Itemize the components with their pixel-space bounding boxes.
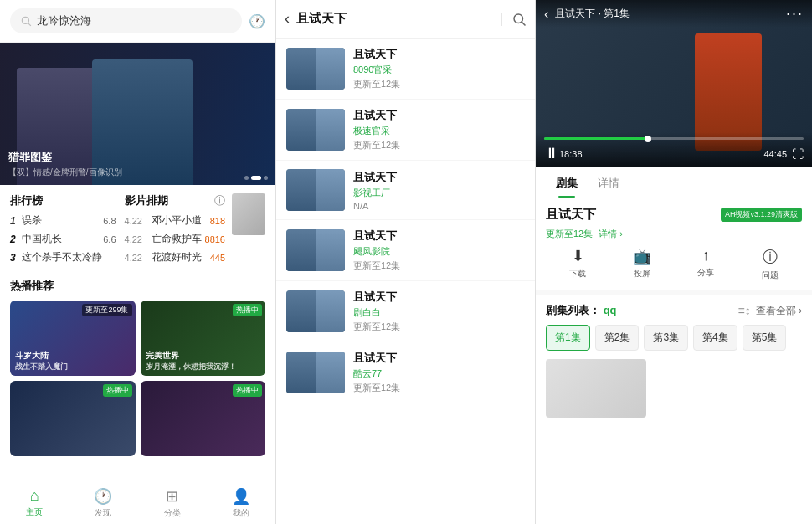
hot-label-2: 完美世界 岁月淹湮，休想把我沉浮！ <box>146 350 236 372</box>
progress-bar[interactable] <box>544 137 804 140</box>
film-rank-item-1[interactable]: 4.22 邓小平小道 818 <box>125 213 225 228</box>
svg-point-2 <box>514 14 523 23</box>
discover-icon: 🕐 <box>94 487 112 506</box>
episode-label-text: 剧集列表： <box>546 304 600 316</box>
hot-item-2[interactable]: 热播中 完美世界 岁月淹湮，休想把我沉浮！ <box>141 301 266 376</box>
source-info-5: 且试天下 酷云77 更新至12集 <box>353 351 525 394</box>
source-from-1: 极速官采 <box>353 125 525 137</box>
source-item-1[interactable]: 且试天下 极速官采 更新至12集 <box>276 100 535 161</box>
search-input-wrapper[interactable]: 龙吟惊沧海 <box>10 8 242 33</box>
nav-discover[interactable]: 🕐 发现 <box>69 480 137 524</box>
film-rank-item-2[interactable]: 4.22 亡命救护车 8816 <box>125 232 225 246</box>
source-item-2[interactable]: 且试天下 影视工厂 N/A <box>276 161 535 220</box>
nav-home[interactable]: ⌂ 主页 <box>0 480 69 524</box>
source-name-4: 且试天下 <box>353 290 525 305</box>
film-rank-item-3[interactable]: 4.22 花渡好时光 445 <box>125 250 225 265</box>
progress-fill <box>544 137 648 140</box>
video-detail: 且试天下 AH视频v3.1.29清爽版 更新至12集 详情 › ⬇ 下载 📺 投… <box>536 198 812 290</box>
nav-discover-label: 发现 <box>95 507 111 519</box>
episode-btn-5[interactable]: 第5集 <box>743 325 787 351</box>
nav-profile-label: 我的 <box>233 507 249 519</box>
rank-col: 排行榜 1 误杀 6.8 2 中国机长 6.6 3 这个杀手不太冷静 <box>10 193 116 269</box>
search-bar: 龙吟惊沧海 🕐 <box>0 0 275 43</box>
detail-title-row: 且试天下 AH视频v3.1.29清爽版 <box>546 207 802 223</box>
video-controls: ⏸ 18:38 44:45 ⛶ <box>536 132 812 167</box>
hot-badge-3: 热播中 <box>103 384 132 397</box>
film-rank-info-icon[interactable]: ⓘ <box>214 193 225 208</box>
source-item-3[interactable]: 且试天下 飓风影院 更新至12集 <box>276 220 535 281</box>
tab-detail[interactable]: 详情 <box>588 167 630 198</box>
source-name-1: 且试天下 <box>353 108 525 123</box>
detail-actions: ⬇ 下载 📺 投屏 ↑ 分享 ⓘ 问题 <box>546 247 802 281</box>
video-title-bar: ‹ 且试天下 · 第1集 ··· <box>536 0 812 28</box>
hot-section: 热播推荐 更新至299集 斗罗大陆 战生不踏入魔门 热播中 完美世界 岁月淹湮，… <box>0 274 275 461</box>
source-from-2: 影视工厂 <box>353 187 525 199</box>
source-update-4: 更新至12集 <box>353 321 525 333</box>
see-all-button[interactable]: 查看全部 › <box>756 304 802 318</box>
source-info-4: 且试天下 剧白白 更新至12集 <box>353 290 525 333</box>
episode-thumb-preview <box>546 359 646 418</box>
detail-link[interactable]: 详情 › <box>599 229 623 239</box>
source-update-2: N/A <box>353 201 525 211</box>
source-update-1: 更新至12集 <box>353 139 525 152</box>
clock-icon[interactable]: 🕐 <box>249 13 265 29</box>
action-share[interactable]: ↑ 分享 <box>674 247 738 281</box>
nav-profile[interactable]: 👤 我的 <box>207 480 275 524</box>
tab-episodes[interactable]: 剧集 <box>546 167 588 198</box>
share-icon: ↑ <box>702 247 710 265</box>
middle-header-icons: | <box>500 12 527 27</box>
hot-item-3[interactable]: 热播中 <box>10 381 136 456</box>
back-button[interactable]: ‹ <box>285 10 290 28</box>
source-thumb-2 <box>286 169 345 211</box>
dot-3 <box>264 176 268 180</box>
source-name-3: 且试天下 <box>353 229 525 244</box>
source-item-5[interactable]: 且试天下 酷云77 更新至12集 <box>276 342 535 403</box>
left-panel: 龙吟惊沧海 🕐 猎罪图鉴 【双】情感/金牌刑警/画像识别 排行榜 1 误杀 6.… <box>0 0 276 524</box>
banner-dots <box>244 176 268 180</box>
source-update-5: 更新至12集 <box>353 382 525 394</box>
pause-button[interactable]: ⏸ <box>544 145 559 162</box>
rank-item-1[interactable]: 1 误杀 6.8 <box>10 213 116 228</box>
download-label: 下载 <box>569 268 586 280</box>
source-info-3: 且试天下 飓风影院 更新至12集 <box>353 229 525 272</box>
source-item-0[interactable]: 且试天下 8090官采 更新至12集 <box>276 39 535 100</box>
video-player[interactable]: ‹ 且试天下 · 第1集 ··· ⏸ 18:38 44:45 ⛶ <box>536 0 812 167</box>
source-item-4[interactable]: 且试天下 剧白白 更新至12集 <box>276 281 535 342</box>
source-thumb-3 <box>286 229 345 271</box>
video-more-button[interactable]: ··· <box>786 5 804 23</box>
episode-btn-3[interactable]: 第3集 <box>644 325 688 351</box>
current-time: 18:38 <box>559 149 583 159</box>
middle-title: 且试天下 <box>296 11 493 27</box>
detail-badge: AH视频v3.1.29清爽版 <box>721 208 802 222</box>
film-thumb <box>232 193 265 235</box>
action-download[interactable]: ⬇ 下载 <box>546 247 610 281</box>
episode-btn-4[interactable]: 第4集 <box>693 325 737 351</box>
episode-btn-1[interactable]: 第1集 <box>546 325 590 351</box>
source-thumb-1 <box>286 109 345 151</box>
hot-item-4[interactable]: 热播中 <box>141 381 266 456</box>
hero-banner[interactable]: 猎罪图鉴 【双】情感/金牌刑警/画像识别 <box>0 43 276 185</box>
action-cast[interactable]: 📺 投屏 <box>610 247 675 281</box>
video-back-button[interactable]: ‹ <box>544 7 548 22</box>
help-icon: ⓘ <box>763 247 778 267</box>
episode-btn-2[interactable]: 第2集 <box>595 325 640 351</box>
episode-section: 剧集列表： qq ≡↕ 查看全部 › 第1集第2集第3集第4集第5集 <box>536 295 812 524</box>
hot-label-1: 斗罗大陆 战生不踏入魔门 <box>15 350 68 372</box>
hot-section-title: 热播推荐 <box>10 279 265 294</box>
divider-dot: | <box>500 12 503 27</box>
rank-item-3[interactable]: 3 这个杀手不太冷静 <box>10 250 116 265</box>
category-icon: ⊞ <box>166 487 178 506</box>
rank-item-2[interactable]: 2 中国机长 6.6 <box>10 232 116 246</box>
sort-icon[interactable]: ≡↕ <box>737 304 750 317</box>
detail-update: 更新至12集 详情 › <box>546 228 802 240</box>
fullscreen-button[interactable]: ⛶ <box>792 147 804 161</box>
rankings-section: 排行榜 1 误杀 6.8 2 中国机长 6.6 3 这个杀手不太冷静 影片排期 … <box>0 185 275 274</box>
search-icon-middle[interactable] <box>511 12 527 27</box>
episode-label: 剧集列表： qq <box>546 303 617 318</box>
source-name-5: 且试天下 <box>353 351 525 366</box>
video-time: ⏸ 18:38 44:45 ⛶ <box>544 145 804 162</box>
right-panel: ‹ 且试天下 · 第1集 ··· ⏸ 18:38 44:45 ⛶ 剧集 详情 且… <box>536 0 812 524</box>
action-help[interactable]: ⓘ 问题 <box>738 247 803 281</box>
hot-item-1[interactable]: 更新至299集 斗罗大陆 战生不踏入魔门 <box>10 301 136 376</box>
nav-category[interactable]: ⊞ 分类 <box>138 480 207 524</box>
